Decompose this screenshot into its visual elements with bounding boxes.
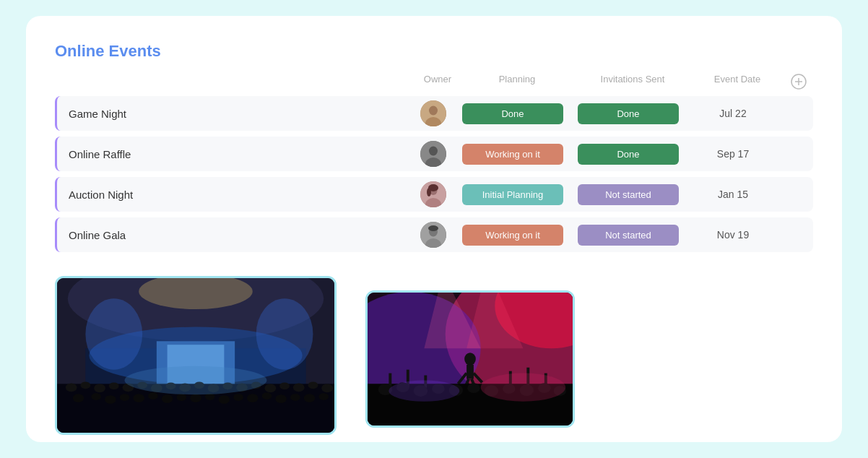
svg-point-43 — [279, 382, 290, 389]
svg-point-4 — [429, 106, 438, 116]
page-title: Online Events — [55, 42, 813, 61]
event-date: Jul 22 — [686, 108, 780, 119]
concert-image — [365, 290, 575, 428]
svg-point-23 — [85, 298, 142, 369]
svg-point-65 — [125, 366, 267, 394]
svg-point-31 — [109, 382, 119, 389]
owner-avatar — [412, 100, 455, 126]
svg-point-45 — [308, 381, 318, 389]
conference-image — [55, 276, 337, 435]
planning-status: Working on it — [455, 144, 570, 165]
planning-status: Done — [455, 103, 570, 124]
owner-avatar — [412, 181, 455, 207]
invitations-status: Not started — [570, 184, 686, 205]
event-name: Online Gala — [57, 220, 412, 250]
col-header-date: Event Date — [690, 74, 784, 92]
svg-point-46 — [321, 384, 333, 392]
table-header: Owner Planning Invitations Sent Event Da… — [55, 74, 813, 96]
svg-point-7 — [429, 147, 438, 156]
svg-point-64 — [318, 393, 329, 400]
table-row: Online Gala Working on it Not started No… — [55, 217, 813, 252]
svg-point-47 — [73, 394, 84, 402]
svg-point-42 — [265, 384, 277, 392]
planning-status: Working on it — [455, 225, 570, 246]
svg-point-17 — [428, 225, 438, 231]
svg-point-53 — [162, 394, 173, 403]
svg-point-61 — [275, 394, 287, 403]
event-name: Game Night — [57, 99, 412, 129]
svg-point-24 — [256, 298, 313, 369]
table-row: Auction Night Initial Planning — [55, 177, 813, 212]
owner-avatar — [412, 141, 455, 167]
invitations-status: Done — [570, 144, 686, 165]
svg-point-49 — [105, 395, 116, 404]
svg-point-54 — [176, 394, 186, 401]
svg-point-72 — [464, 353, 476, 366]
svg-point-57 — [219, 395, 230, 404]
svg-point-63 — [304, 394, 316, 402]
table-row: Online Raffle Working on it Done Sep 17 — [55, 137, 813, 171]
svg-point-30 — [94, 384, 105, 392]
svg-point-97 — [389, 380, 459, 401]
owner-avatar — [412, 222, 455, 248]
svg-point-58 — [233, 394, 243, 401]
svg-point-55 — [190, 394, 201, 402]
add-column-button[interactable] — [784, 74, 813, 92]
svg-point-48 — [91, 393, 101, 400]
event-name: Online Raffle — [57, 139, 412, 169]
table-row: Game Night Done Done Jul 22 — [55, 96, 813, 131]
event-date: Nov 19 — [686, 229, 780, 241]
event-date: Jan 15 — [686, 189, 780, 200]
svg-point-29 — [80, 381, 90, 389]
svg-point-60 — [262, 392, 272, 399]
col-header-owner: Owner — [416, 74, 459, 92]
invitations-status: Done — [570, 103, 686, 124]
event-name: Auction Night — [57, 180, 412, 209]
svg-point-59 — [247, 394, 259, 402]
svg-point-51 — [133, 394, 144, 402]
svg-point-96 — [481, 373, 566, 402]
svg-point-50 — [120, 394, 130, 401]
svg-point-44 — [293, 383, 305, 392]
svg-point-13 — [427, 188, 431, 196]
svg-point-62 — [290, 394, 300, 401]
svg-point-52 — [148, 392, 158, 399]
invitations-status: Not started — [570, 225, 686, 246]
main-card: Online Events Owner Planning Invitations… — [26, 16, 842, 442]
images-area — [55, 276, 337, 435]
planning-status: Initial Planning — [455, 184, 570, 205]
event-date: Sep 17 — [686, 148, 780, 160]
col-header-planning: Planning — [459, 74, 575, 92]
events-table: Owner Planning Invitations Sent Event Da… — [55, 74, 813, 252]
svg-point-28 — [66, 383, 77, 392]
col-header-invitations: Invitations Sent — [575, 74, 690, 92]
svg-rect-73 — [466, 365, 474, 379]
svg-point-90 — [467, 383, 480, 393]
